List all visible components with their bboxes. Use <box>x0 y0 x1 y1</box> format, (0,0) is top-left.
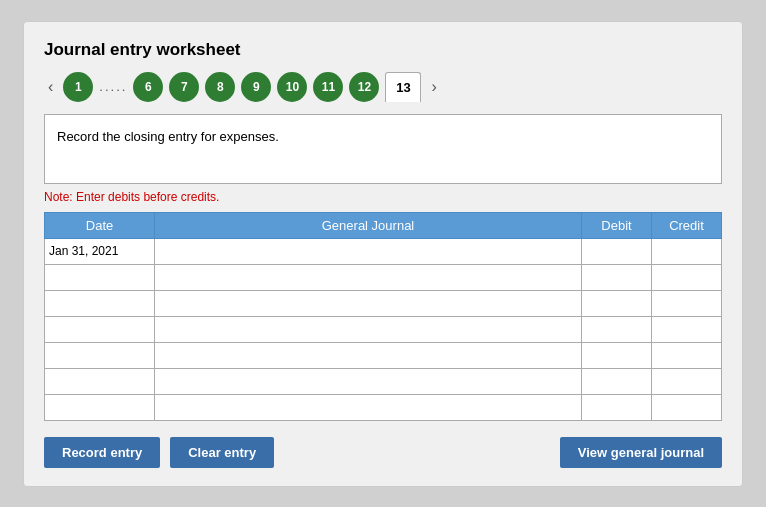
record-entry-button[interactable]: Record entry <box>44 437 160 468</box>
debit-cell-6[interactable] <box>582 394 652 420</box>
credit-cell-0[interactable] <box>652 238 722 264</box>
col-header-debit: Debit <box>582 212 652 238</box>
next-arrow[interactable]: › <box>427 76 440 98</box>
table-row <box>45 290 722 316</box>
nav-circle-9[interactable]: 9 <box>241 72 271 102</box>
worksheet-container: Journal entry worksheet ‹ 1 ..... 6 7 8 … <box>23 21 743 487</box>
nav-circle-6[interactable]: 6 <box>133 72 163 102</box>
debit-cell-0[interactable] <box>582 238 652 264</box>
date-cell-6[interactable] <box>45 394 155 420</box>
prev-arrow[interactable]: ‹ <box>44 76 57 98</box>
credit-cell-1[interactable] <box>652 264 722 290</box>
table-row <box>45 394 722 420</box>
nav-circle-1[interactable]: 1 <box>63 72 93 102</box>
table-row <box>45 316 722 342</box>
journal-table: Date General Journal Debit Credit Jan 31… <box>44 212 722 421</box>
col-header-credit: Credit <box>652 212 722 238</box>
nav-circle-10[interactable]: 10 <box>277 72 307 102</box>
date-cell-0[interactable]: Jan 31, 2021 <box>45 238 155 264</box>
debit-cell-4[interactable] <box>582 342 652 368</box>
journal-cell-2[interactable] <box>155 290 582 316</box>
date-cell-4[interactable] <box>45 342 155 368</box>
nav-circle-12[interactable]: 12 <box>349 72 379 102</box>
journal-cell-6[interactable] <box>155 394 582 420</box>
button-row: Record entry Clear entry View general jo… <box>44 437 722 468</box>
journal-cell-3[interactable] <box>155 316 582 342</box>
credit-cell-3[interactable] <box>652 316 722 342</box>
table-row: Jan 31, 2021 <box>45 238 722 264</box>
journal-cell-4[interactable] <box>155 342 582 368</box>
credit-cell-5[interactable] <box>652 368 722 394</box>
description-text: Record the closing entry for expenses. <box>57 129 279 144</box>
page-title: Journal entry worksheet <box>44 40 722 60</box>
description-box: Record the closing entry for expenses. <box>44 114 722 184</box>
credit-cell-6[interactable] <box>652 394 722 420</box>
credit-cell-4[interactable] <box>652 342 722 368</box>
journal-cell-0[interactable] <box>155 238 582 264</box>
note-text: Note: Enter debits before credits. <box>44 190 722 204</box>
debit-cell-2[interactable] <box>582 290 652 316</box>
debit-cell-1[interactable] <box>582 264 652 290</box>
date-cell-3[interactable] <box>45 316 155 342</box>
date-cell-2[interactable] <box>45 290 155 316</box>
nav-dots: ..... <box>99 79 127 94</box>
table-row <box>45 264 722 290</box>
nav-row: ‹ 1 ..... 6 7 8 9 10 11 12 13 › <box>44 72 722 102</box>
table-row <box>45 368 722 394</box>
nav-tab-13[interactable]: 13 <box>385 72 421 102</box>
date-cell-1[interactable] <box>45 264 155 290</box>
view-journal-button[interactable]: View general journal <box>560 437 722 468</box>
credit-cell-2[interactable] <box>652 290 722 316</box>
nav-circle-8[interactable]: 8 <box>205 72 235 102</box>
table-row <box>45 342 722 368</box>
date-cell-5[interactable] <box>45 368 155 394</box>
col-header-journal: General Journal <box>155 212 582 238</box>
nav-circle-7[interactable]: 7 <box>169 72 199 102</box>
col-header-date: Date <box>45 212 155 238</box>
debit-cell-5[interactable] <box>582 368 652 394</box>
nav-circle-11[interactable]: 11 <box>313 72 343 102</box>
clear-entry-button[interactable]: Clear entry <box>170 437 274 468</box>
journal-cell-1[interactable] <box>155 264 582 290</box>
debit-cell-3[interactable] <box>582 316 652 342</box>
journal-cell-5[interactable] <box>155 368 582 394</box>
